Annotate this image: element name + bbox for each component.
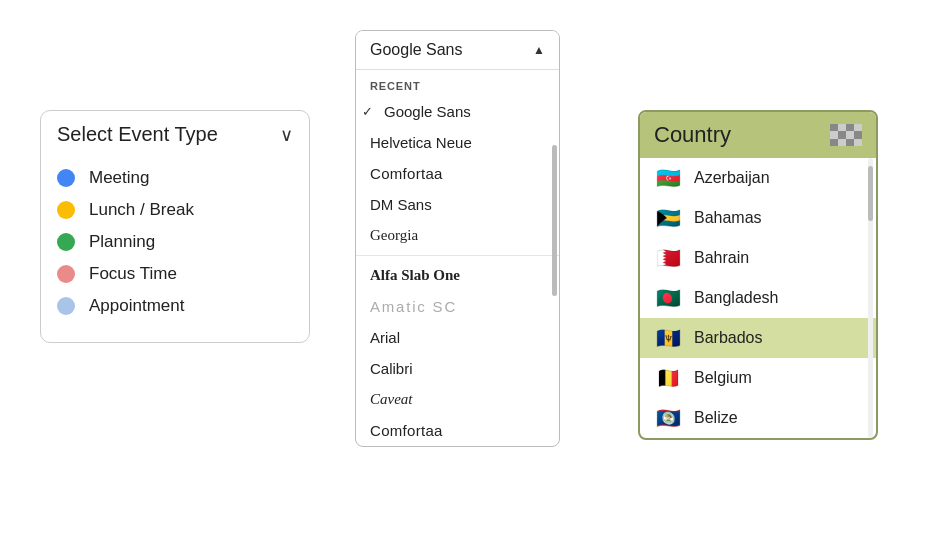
svg-rect-11 [854, 139, 862, 146]
country-name: Bangladesh [694, 289, 779, 307]
svg-rect-2 [846, 124, 854, 131]
svg-rect-8 [830, 139, 838, 146]
font-name: Comfortaa [370, 165, 443, 182]
svg-rect-3 [854, 124, 862, 131]
planning-label: Planning [89, 232, 155, 252]
country-item-azerbaijan[interactable]: 🇦🇿 Azerbaijan [640, 158, 876, 198]
event-type-panel: Select Event Type ∨ Meeting Lunch / Brea… [40, 110, 310, 343]
chevron-down-icon: ∨ [280, 124, 293, 146]
country-name: Belize [694, 409, 738, 427]
country-item-belize[interactable]: 🇧🇿 Belize [640, 398, 876, 438]
svg-rect-9 [838, 139, 846, 146]
font-name: Georgia [370, 227, 418, 244]
country-item-bahamas[interactable]: 🇧🇸 Bahamas [640, 198, 876, 238]
list-item[interactable]: Meeting [57, 162, 293, 194]
country-name: Bahamas [694, 209, 762, 227]
font-item-georgia[interactable]: Georgia [356, 220, 559, 251]
country-item-bahrain[interactable]: 🇧🇭 Bahrain [640, 238, 876, 278]
recent-section-label: RECENT [356, 70, 559, 96]
font-item-caveat[interactable]: Caveat [356, 384, 559, 415]
font-name: Comfortaa [370, 422, 443, 439]
check-icon: ✓ [362, 104, 373, 119]
meeting-dot [57, 169, 75, 187]
font-name: Calibri [370, 360, 413, 377]
font-selected-label: Google Sans [370, 41, 463, 59]
font-name: Helvetica Neue [370, 134, 472, 151]
svg-rect-5 [838, 131, 846, 139]
country-name: Belgium [694, 369, 752, 387]
svg-rect-1 [838, 124, 846, 131]
font-item-arial[interactable]: Arial [356, 322, 559, 353]
svg-rect-7 [854, 131, 862, 139]
list-item[interactable]: Planning [57, 226, 293, 258]
flag-azerbaijan: 🇦🇿 [654, 166, 682, 190]
country-item-barbados[interactable]: 🇧🇧 Barbados [640, 318, 876, 358]
planning-dot [57, 233, 75, 251]
country-item-belgium[interactable]: 🇧🇪 Belgium [640, 358, 876, 398]
appointment-dot [57, 297, 75, 315]
svg-rect-6 [846, 131, 854, 139]
lunch-dot [57, 201, 75, 219]
meeting-label: Meeting [89, 168, 149, 188]
country-name: Azerbaijan [694, 169, 770, 187]
font-item-alfa-slab[interactable]: Alfa Slab One [356, 260, 559, 291]
font-item-dm-sans[interactable]: DM Sans [356, 189, 559, 220]
font-item-helvetica[interactable]: Helvetica Neue [356, 127, 559, 158]
list-item[interactable]: Lunch / Break [57, 194, 293, 226]
font-item-comfortaa[interactable]: Comfortaa [356, 158, 559, 189]
font-name: Arial [370, 329, 400, 346]
event-type-header[interactable]: Select Event Type ∨ [57, 123, 293, 146]
flag-bahrain: 🇧🇭 [654, 246, 682, 270]
font-name: DM Sans [370, 196, 432, 213]
scrollbar-thumb[interactable] [868, 166, 873, 221]
country-list: 🇦🇿 Azerbaijan 🇧🇸 Bahamas 🇧🇭 Bahrain 🇧🇩 B… [640, 158, 876, 438]
font-dropdown-header[interactable]: Google Sans ▲ [356, 31, 559, 70]
font-name: Alfa Slab One [370, 267, 460, 284]
country-panel: Country 🇦🇿 Azerbaijan 🇧🇸 Bahamas 🇧 [638, 110, 878, 440]
flag-bahamas: 🇧🇸 [654, 206, 682, 230]
country-name: Barbados [694, 329, 763, 347]
list-item[interactable]: Focus Time [57, 258, 293, 290]
svg-rect-10 [846, 139, 854, 146]
font-dropdown-panel: Google Sans ▲ RECENT ✓ Google Sans Helve… [355, 30, 560, 447]
focus-dot [57, 265, 75, 283]
lunch-label: Lunch / Break [89, 200, 194, 220]
scrollbar-thumb[interactable] [552, 145, 557, 295]
country-header: Country [640, 112, 876, 158]
font-item-google-sans[interactable]: ✓ Google Sans [356, 96, 559, 127]
font-item-amatic[interactable]: Amatic SC [356, 291, 559, 322]
svg-rect-0 [830, 124, 838, 131]
focus-label: Focus Time [89, 264, 177, 284]
flag-belgium: 🇧🇪 [654, 366, 682, 390]
event-type-title: Select Event Type [57, 123, 218, 146]
font-list: RECENT ✓ Google Sans Helvetica Neue Comf… [356, 70, 559, 446]
checkerboard-icon [830, 124, 862, 146]
country-title: Country [654, 122, 731, 148]
flag-belize: 🇧🇿 [654, 406, 682, 430]
appointment-label: Appointment [89, 296, 184, 316]
font-item-calibri[interactable]: Calibri [356, 353, 559, 384]
country-name: Bahrain [694, 249, 749, 267]
list-item[interactable]: Appointment [57, 290, 293, 322]
flag-bangladesh: 🇧🇩 [654, 286, 682, 310]
divider [356, 255, 559, 256]
font-item-comfortaa2[interactable]: Comfortaa [356, 415, 559, 446]
svg-rect-4 [830, 131, 838, 139]
country-item-bangladesh[interactable]: 🇧🇩 Bangladesh [640, 278, 876, 318]
flag-barbados: 🇧🇧 [654, 326, 682, 350]
font-name: Caveat [370, 391, 413, 408]
font-name: Amatic SC [370, 298, 457, 315]
font-name: Google Sans [384, 103, 471, 120]
scrollbar-track [868, 158, 873, 438]
triangle-icon: ▲ [533, 43, 545, 57]
